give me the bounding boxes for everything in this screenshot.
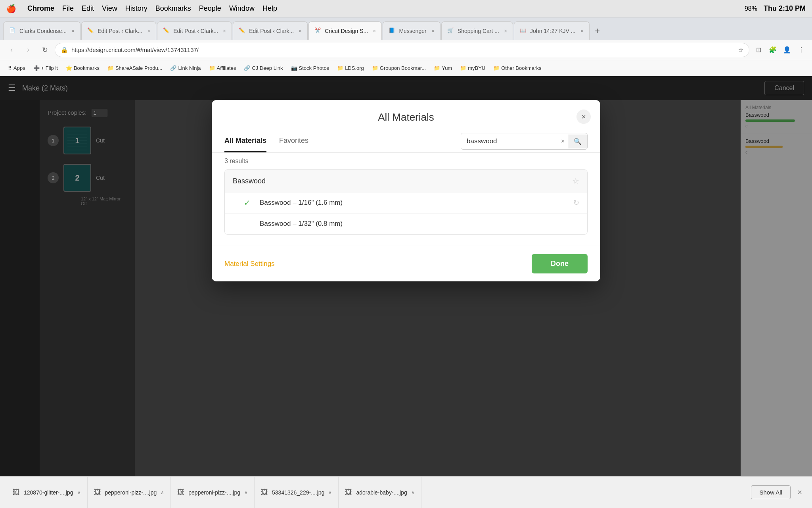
bookmark-stockphotos[interactable]: 📷 Stock Photos	[288, 64, 333, 73]
bookmark-cjdeeplink[interactable]: 🔗 CJ Deep Link	[241, 64, 286, 73]
tab-messenger[interactable]: 📘 Messenger ×	[383, 21, 440, 40]
material-parent-basswood[interactable]: Basswood ☆	[225, 170, 587, 192]
tab-all-materials[interactable]: All Materials	[224, 130, 266, 152]
bookmark-other-label: Other Bookmarks	[501, 65, 541, 71]
bookmark-affiliates[interactable]: 📁 Affiliates	[206, 64, 239, 73]
download-chevron-1[interactable]: ∧	[77, 490, 81, 495]
tab-edit3[interactable]: ✏️ Edit Post ‹ Clark... ×	[233, 21, 308, 40]
tab-cricut-close[interactable]: ×	[373, 28, 376, 34]
menubar-people[interactable]: People	[199, 4, 221, 13]
bookmark-apps[interactable]: ⠿ Apps	[5, 64, 29, 73]
download-chevron-4[interactable]: ∧	[328, 490, 332, 495]
download-file-icon-1: 🖼	[13, 488, 20, 496]
reload-button[interactable]: ↻	[38, 43, 52, 57]
menubar-help[interactable]: Help	[262, 4, 277, 13]
download-chevron-3[interactable]: ∧	[244, 490, 248, 495]
bookmark-yum-label: Yum	[442, 65, 452, 71]
download-item-5[interactable]: 🖼 adorable-baby-....jpg ∧	[339, 477, 421, 508]
show-all-button[interactable]: Show All	[751, 485, 791, 499]
cjdeeplink-icon: 🔗	[244, 65, 250, 71]
download-item-3[interactable]: 🖼 pepperoni-pizz-....jpg ∧	[171, 477, 255, 508]
bookmark-linkninja[interactable]: 🔗 Link Ninja	[167, 64, 204, 73]
menu-icon[interactable]: ⋮	[795, 44, 807, 56]
bookmark-lds[interactable]: 📁 LDS.org	[334, 64, 367, 73]
bookmark-flipit[interactable]: ➕ + Flip it	[30, 64, 61, 73]
bookmark-yum[interactable]: 📁 Yum	[431, 64, 455, 73]
done-button[interactable]: Done	[532, 254, 588, 273]
flipit-icon: ➕	[33, 65, 40, 71]
menubar-view[interactable]: View	[102, 4, 117, 13]
download-chevron-2[interactable]: ∧	[161, 490, 164, 495]
bookmark-apps-label: Apps	[13, 65, 25, 71]
menubar-edit[interactable]: Edit	[82, 4, 94, 13]
download-file-icon-4: 🖼	[261, 488, 268, 496]
search-input[interactable]	[461, 133, 558, 149]
material-child-116[interactable]: ✓ Basswood – 1/16" (1.6 mm) ↻	[225, 192, 587, 213]
bookmark-other[interactable]: 📁 Other Bookmarks	[490, 64, 544, 73]
cast-icon[interactable]: ⊡	[753, 44, 764, 56]
download-bar: 🖼 120870-glitter-....jpg ∧ 🖼 pepperoni-p…	[0, 476, 812, 508]
profile-icon[interactable]: 👤	[781, 44, 793, 56]
address-bar[interactable]: 🔒 https://design.cricut.com/#/mat/view/1…	[55, 43, 749, 57]
favorite-star-icon[interactable]: ☆	[572, 176, 579, 186]
bookmarks-icon: ⭐	[66, 65, 72, 71]
menubar: 🍎 Chrome File Edit View History Bookmark…	[0, 0, 812, 17]
menubar-battery: 98%	[745, 5, 757, 12]
search-clear-button[interactable]: ×	[558, 135, 568, 148]
bookmark-shareasale-label: ShareASale Produ...	[115, 65, 163, 71]
download-item-2[interactable]: 🖼 pepperoni-pizz-....jpg ∧	[88, 477, 171, 508]
bookmark-star-icon[interactable]: ☆	[738, 46, 743, 54]
back-button[interactable]: ‹	[5, 43, 18, 57]
modal-title: All Materials	[378, 111, 434, 123]
tab-edit1-close[interactable]: ×	[147, 28, 150, 34]
tab-cricut[interactable]: ✂️ Cricut Design S... ×	[308, 21, 382, 40]
tab-edit1[interactable]: ✏️ Edit Post ‹ Clark... ×	[81, 21, 156, 40]
tab-favorites[interactable]: Favorites	[279, 130, 308, 152]
forward-button[interactable]: ›	[21, 43, 35, 57]
apple-menu[interactable]: 🍎	[6, 4, 16, 13]
tab-edit2-close[interactable]: ×	[223, 28, 226, 34]
menubar-window[interactable]: Window	[229, 4, 255, 13]
bookmark-groupon[interactable]: 📁 Groupon Bookmar...	[369, 64, 429, 73]
tab-edit2[interactable]: ✏️ Edit Post ‹ Clark... ×	[157, 21, 232, 40]
modal-body: 3 results Basswood ☆ ✓ Basswood – 1/16" …	[212, 153, 600, 246]
results-count: 3 results	[224, 153, 588, 169]
selected-check-icon: ✓	[244, 198, 253, 208]
download-file-icon-5: 🖼	[345, 488, 352, 496]
bookmark-mybyu[interactable]: 📁 myBYU	[457, 64, 488, 73]
tab-clarks-close[interactable]: ×	[71, 28, 75, 34]
tab-edit3-close[interactable]: ×	[299, 28, 302, 34]
menubar-history[interactable]: History	[125, 4, 147, 13]
modal-footer: Material Settings Done	[212, 246, 600, 281]
tab-kjv-title: John 14:27 KJV ...	[530, 28, 575, 34]
download-item-1[interactable]: 🖼 120870-glitter-....jpg ∧	[6, 477, 88, 508]
tab-cart[interactable]: 🛒 Shopping Cart ... ×	[441, 21, 513, 40]
download-bar-close-button[interactable]: ×	[794, 487, 806, 498]
new-tab-button[interactable]: +	[590, 24, 605, 38]
tab-kjv[interactable]: 📖 John 14:27 KJV ... ×	[514, 21, 590, 40]
tab-clarks-title: Clarks Condense...	[19, 28, 67, 34]
bookmark-shareasale[interactable]: 📁 ShareASale Produ...	[104, 64, 166, 73]
menubar-file[interactable]: File	[62, 4, 74, 13]
stockphotos-icon: 📷	[291, 65, 297, 71]
tab-cart-close[interactable]: ×	[504, 28, 507, 34]
tab-messenger-close[interactable]: ×	[431, 28, 435, 34]
tab-kjv-favicon: 📖	[520, 27, 527, 35]
menubar-chrome[interactable]: Chrome	[27, 4, 54, 13]
search-submit-button[interactable]: 🔍	[568, 135, 587, 148]
menubar-bookmarks[interactable]: Bookmarks	[155, 4, 191, 13]
tab-kjv-close[interactable]: ×	[580, 28, 583, 34]
download-chevron-5[interactable]: ∧	[411, 490, 415, 495]
extensions-icon[interactable]: 🧩	[767, 44, 779, 56]
material-child-132[interactable]: ✓ Basswood – 1/32" (0.8 mm)	[225, 213, 587, 234]
bookmark-bookmarks-label: Bookmarks	[74, 65, 100, 71]
yum-icon: 📁	[434, 65, 440, 71]
bookmark-bookmarks[interactable]: ⭐ Bookmarks	[63, 64, 103, 73]
modal-close-button[interactable]: ×	[576, 110, 591, 124]
tab-clarks[interactable]: 📄 Clarks Condense... ×	[3, 21, 80, 40]
download-name-3: pepperoni-pizz-....jpg	[188, 489, 240, 496]
tab-edit3-title: Edit Post ‹ Clark...	[249, 28, 294, 34]
download-item-4[interactable]: 🖼 53341326_229-....jpg ∧	[255, 477, 339, 508]
search-box[interactable]: × 🔍	[461, 133, 588, 150]
material-settings-link[interactable]: Material Settings	[224, 260, 275, 268]
